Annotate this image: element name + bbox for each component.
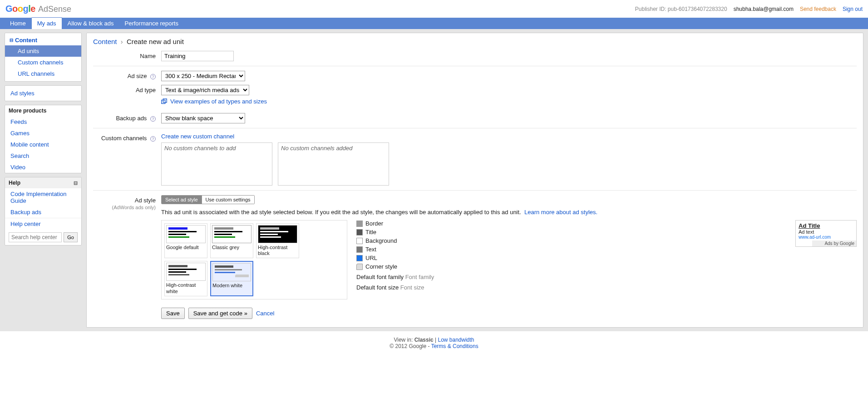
label-backup: Backup ads [116,115,147,122]
logo: Google AdSense [5,4,71,14]
tab-performance[interactable]: Performance reports [119,18,184,29]
label-ad-style: Ad style [135,197,156,204]
tab-my-ads[interactable]: My ads [31,17,62,29]
sidebar-video[interactable]: Video [5,162,81,173]
sidebar-mobile[interactable]: Mobile content [5,139,81,150]
user-email[interactable]: shubha.bala@gmail.com [734,6,794,12]
breadcrumb-current: Create new ad unit [127,38,184,45]
product-name: AdSense [38,5,71,14]
collapse-icon: ⊟ [10,38,13,43]
help-search-input[interactable] [9,232,62,242]
main-content: Content › Create new ad unit Name Ad siz… [86,33,863,328]
view-low-bandwidth[interactable]: Low bandwidth [438,337,474,343]
preview-text: Ad text [799,229,853,235]
help-code-guide[interactable]: Code Implementation Guide [5,188,81,206]
learn-more-link[interactable]: Learn more about ad styles. [524,209,597,216]
channel-available-box[interactable]: No custom channels to add [161,142,272,186]
preview-url: www.ad-url.com [799,235,853,240]
preview-title: Ad Title [799,222,853,229]
save-get-code-button[interactable]: Save and get code » [188,308,252,319]
border-swatch[interactable] [356,221,363,227]
sidebar-item-url-channels[interactable]: URL channels [5,68,81,79]
label-ad-type: Ad type [93,85,161,93]
create-channel-link[interactable]: Create new custom channel [161,133,234,140]
text-swatch[interactable] [356,246,363,253]
breadcrumb-content[interactable]: Content [93,38,117,45]
help-search-go[interactable]: Go [64,232,78,242]
publisher-id: Publisher ID: pub-6017364072283320 [635,6,727,12]
style-desc-text: This ad unit is associated with the ad s… [161,209,521,216]
terms-link[interactable]: Terms & Conditions [431,343,478,349]
tab-allow-block[interactable]: Allow & block ads [62,18,119,29]
collapse-icon[interactable]: ⊟ [74,180,78,186]
label-ad-style-sub: (AdWords ads only) [112,205,156,210]
google-logo: Google [5,4,35,14]
style-classic-grey[interactable]: Classic grey [210,223,253,258]
sidebar-more-header: More products [5,105,81,116]
header-bar: Google AdSense Publisher ID: pub-6017364… [0,0,868,18]
sidebar-item-custom-channels[interactable]: Custom channels [5,57,81,68]
cancel-link[interactable]: Cancel [256,310,274,317]
tab-custom-settings[interactable]: Use custom settings [202,196,254,204]
footer: View in: Classic | Low bandwidth © 2012 … [0,331,868,355]
ad-size-select[interactable]: 300 x 250 - Medium Rectangle [161,71,245,81]
help-icon[interactable]: ? [150,136,156,142]
sidebar-search[interactable]: Search [5,150,81,162]
url-swatch[interactable] [356,255,363,261]
help-icon[interactable]: ? [150,116,156,122]
label-channels: Custom channels [101,135,147,142]
save-button[interactable]: Save [161,308,185,319]
ad-type-select[interactable]: Text & image/rich media ads [161,85,249,95]
sidebar-feeds[interactable]: Feeds [5,116,81,128]
send-feedback-link[interactable]: Send feedback [800,6,836,12]
sidebar-games[interactable]: Games [5,128,81,139]
breadcrumb: Content › Create new ad unit [93,38,857,45]
nav-tabs: Home My ads Allow & block ads Performanc… [0,18,868,29]
channel-added-box[interactable]: No custom channels added [278,142,389,186]
sidebar: ⊟ Content Ad units Custom channels URL c… [5,33,82,328]
name-input[interactable] [161,51,234,61]
ad-preview: Ad Title Ad text www.ad-url.com Ads by G… [795,220,857,247]
color-legend: Border Title Background Text URL Corner … [356,220,434,291]
examples-link[interactable]: View examples of ad types and sizes [170,98,267,105]
sidebar-help-header: Help ⊟ [5,177,81,188]
label-name: Name [93,51,161,59]
help-backup-ads[interactable]: Backup ads [5,206,81,218]
style-high-contrast-white[interactable]: High-contrast white [164,261,207,296]
backup-ads-select[interactable]: Show blank space [161,113,245,123]
corner-swatch[interactable] [356,264,363,270]
help-center-link[interactable]: Help center [5,218,81,230]
help-icon[interactable]: ? [150,74,156,79]
sidebar-content-root[interactable]: ⊟ Content [5,35,81,45]
title-swatch[interactable] [356,229,363,235]
preview-byline: Ads by Google [812,240,856,246]
label-ad-size: Ad size [128,73,147,79]
style-grid: Google default Classic grey High-contras… [161,220,347,299]
tab-home[interactable]: Home [5,18,31,29]
sidebar-item-ad-units[interactable]: Ad units [5,45,81,57]
style-modern-white[interactable]: Modern white [210,261,253,296]
sign-out-link[interactable]: Sign out [843,6,863,12]
sidebar-ad-styles[interactable]: Ad styles [5,88,81,99]
tab-select-style[interactable]: Select ad style [162,196,202,204]
popup-icon [161,98,168,105]
style-high-contrast-black[interactable]: High-contrast black [256,223,299,258]
style-google-default[interactable]: Google default [164,223,207,258]
view-classic[interactable]: Classic [414,337,434,343]
background-swatch[interactable] [356,238,363,244]
